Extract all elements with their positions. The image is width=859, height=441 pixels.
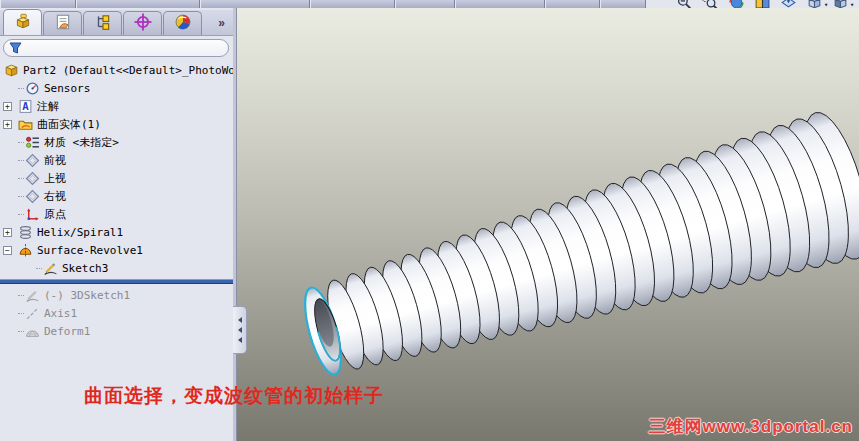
expand-box-icon[interactable]: + <box>3 120 12 129</box>
tree-item-label: Sketch3 <box>62 262 108 275</box>
tree-item-sensors[interactable]: Sensors <box>0 79 233 97</box>
collapse-arrow-icon <box>238 337 242 343</box>
tree-connector <box>18 331 24 332</box>
tree-connector <box>18 313 24 314</box>
tree-filter-box <box>3 39 229 57</box>
tree-item-surface-revolve1[interactable]: −Surface-Revolve1 <box>0 241 233 259</box>
featuremanager-icon <box>14 12 32 33</box>
dimxpert-icon <box>134 13 152 34</box>
propertymanager-tab[interactable] <box>43 11 82 35</box>
toolbar-button-bottom[interactable] <box>455 0 545 8</box>
tree-connector <box>18 214 24 215</box>
toolbar-button-bottom[interactable] <box>76 0 200 8</box>
helix-icon <box>18 225 33 240</box>
plane-icon <box>25 171 40 186</box>
displaymanager-icon <box>174 13 192 34</box>
toolbar-button-bottom[interactable] <box>310 0 395 8</box>
feature-tree: Part2 (Default<<Default>_PhotoWork Senso… <box>0 61 233 340</box>
tree-item-right-plane[interactable]: 右视 <box>0 187 233 205</box>
corrugated-tube-model[interactable] <box>236 8 859 441</box>
graphics-viewport[interactable] <box>236 8 859 441</box>
annotations-icon: A <box>18 99 33 114</box>
deform-icon <box>25 324 40 339</box>
plane-icon <box>25 189 40 204</box>
collapse-arrow-icon <box>238 327 242 333</box>
sketch-icon <box>43 261 58 276</box>
tree-item-helix-spiral1[interactable]: +Helix/Spiral1 <box>0 223 233 241</box>
collapse-arrow-icon <box>238 317 242 323</box>
svg-text:A: A <box>22 100 29 113</box>
panel-tab-bar: » <box>0 10 233 36</box>
propertymanager-icon <box>54 13 72 34</box>
displaymanager-tab[interactable] <box>163 11 202 35</box>
toolbar-button-bottom[interactable] <box>0 0 76 8</box>
solidworks-window: ▾▾ » <box>0 0 859 441</box>
tree-item-3dsketch1[interactable]: (-) 3DSketch1 <box>0 286 233 304</box>
annotation-text: 曲面选择，变成波纹管的初始样子 <box>84 383 384 409</box>
toolbar-button-bottom[interactable] <box>395 0 455 8</box>
tree-item-root[interactable]: Part2 (Default<<Default>_PhotoWork <box>0 61 233 79</box>
toolbar-button-bottom[interactable] <box>200 0 310 8</box>
configurationmanager-tab[interactable] <box>83 11 122 35</box>
configurationmanager-icon <box>94 13 112 34</box>
tree-item-label: 注解 <box>37 99 59 114</box>
rollback-bar[interactable] <box>0 279 233 284</box>
plane-icon <box>25 153 40 168</box>
sensors-icon <box>25 81 40 96</box>
collapse-box-icon[interactable]: − <box>3 246 12 255</box>
tree-item-label: (-) 3DSketch1 <box>44 289 130 302</box>
part-icon <box>4 63 19 78</box>
tree-item-label: 材质 <未指定> <box>44 135 119 150</box>
tree-item-label: 曲面实体(1) <box>37 117 101 132</box>
tree-item-label: 前视 <box>44 153 66 168</box>
filter-funnel-icon <box>8 41 23 56</box>
featuremanager-tab[interactable] <box>3 9 42 35</box>
revolve-icon <box>18 243 33 258</box>
tree-item-deform1[interactable]: Deform1 <box>0 322 233 340</box>
tree-connector <box>18 196 24 197</box>
tree-item-origin[interactable]: 原点 <box>0 205 233 223</box>
dimxpertmanager-tab[interactable] <box>123 11 162 35</box>
expand-box-icon[interactable]: + <box>3 228 12 237</box>
tree-item-material[interactable]: 材质 <未指定> <box>0 133 233 151</box>
tree-item-annotations[interactable]: +A注解 <box>0 97 233 115</box>
tree-item-label: Sensors <box>44 82 90 95</box>
watermark-text: 三维网www.3dportal.cn <box>649 415 853 438</box>
tab-overflow-chevron[interactable]: » <box>218 16 225 30</box>
tree-item-label: Helix/Spiral1 <box>37 226 123 239</box>
tree-filter-input[interactable] <box>23 41 228 56</box>
tree-item-top-plane[interactable]: 上视 <box>0 169 233 187</box>
tree-item-label: Deform1 <box>44 325 90 338</box>
axis-icon <box>25 306 40 321</box>
tree-connector <box>18 160 24 161</box>
featuremanager-panel: » Part2 (Default<<Default>_PhotoW <box>0 8 236 441</box>
expand-box-icon[interactable]: + <box>3 102 12 111</box>
tree-item-label: 原点 <box>44 207 66 222</box>
toolbar-button-bottom[interactable] <box>600 0 646 8</box>
panel-splitter-handle[interactable] <box>233 306 247 354</box>
tree-item-axis1[interactable]: Axis1 <box>0 304 233 322</box>
root-label: Part2 (Default<<Default>_PhotoWork <box>23 64 233 77</box>
tree-item-label: Axis1 <box>44 307 77 320</box>
tree-connector <box>18 295 24 296</box>
tree-connector <box>36 268 42 269</box>
tree-item-label: 上视 <box>44 171 66 186</box>
surface-folder-icon <box>18 117 33 132</box>
tree-item-front-plane[interactable]: 前视 <box>0 151 233 169</box>
tree-item-label: Surface-Revolve1 <box>37 244 143 257</box>
origin-icon <box>25 207 40 222</box>
toolbar-button-bottom[interactable] <box>545 0 600 8</box>
tree-item-surface-bodies[interactable]: +曲面实体(1) <box>0 115 233 133</box>
tree-item-sketch3[interactable]: Sketch3 <box>0 259 233 277</box>
tree-item-label: 右视 <box>44 189 66 204</box>
tree-connector <box>18 88 24 89</box>
tree-connector <box>18 178 24 179</box>
material-icon <box>25 135 40 150</box>
tree-connector <box>18 142 24 143</box>
sketch3d-icon <box>25 288 40 303</box>
